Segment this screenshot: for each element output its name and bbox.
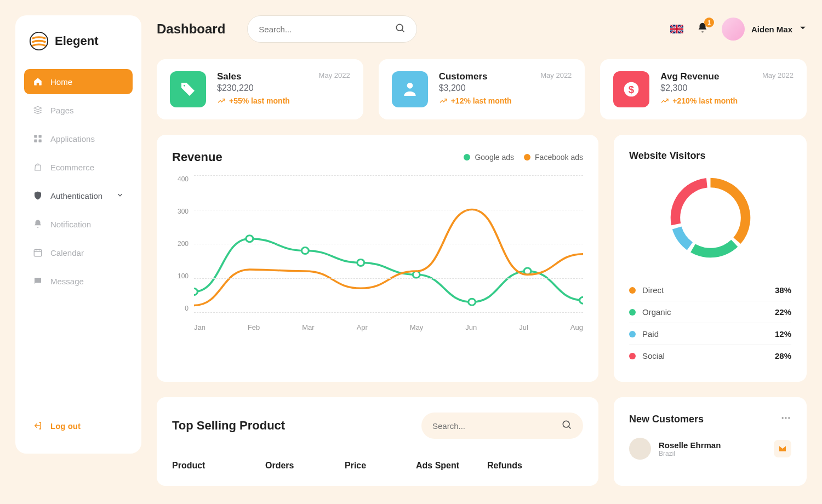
stat-trend: +210% last month xyxy=(660,96,794,105)
stat-value: $2,300 xyxy=(660,83,794,93)
search-icon xyxy=(561,419,572,432)
top-selling-columns: Product Orders Price Ads Spent Refunds xyxy=(172,461,583,471)
search-input[interactable] xyxy=(259,25,395,34)
sidebar-item-ecommerce[interactable]: Ecommerce xyxy=(24,154,133,180)
grid-icon xyxy=(33,134,43,144)
stat-date: May 2022 xyxy=(540,71,572,82)
language-flag[interactable] xyxy=(670,25,683,33)
visitor-row: Social28% xyxy=(629,345,791,366)
svg-point-6 xyxy=(397,24,403,31)
sidebar-item-label: Authentication xyxy=(50,191,102,201)
stat-card-customers: CustomersMay 2022 $3,200 +12% last month xyxy=(379,59,585,119)
sidebar-item-calendar[interactable]: Calendar xyxy=(24,240,133,265)
dollar-icon: $ xyxy=(613,71,649,107)
logout-label: Log out xyxy=(50,421,81,431)
notification-button[interactable]: 1 xyxy=(697,22,709,36)
caret-down-icon xyxy=(799,24,807,34)
sidebar-item-label: Calendar xyxy=(50,248,84,257)
notification-badge: 1 xyxy=(704,18,714,27)
svg-point-19 xyxy=(563,421,569,427)
sidebar-item-label: Ecommerce xyxy=(50,163,94,172)
visitors-list: Direct38%Organic22%Paid12%Social28% xyxy=(629,279,791,366)
customer-name: Roselle Ehrman xyxy=(659,440,721,450)
customer-country: Brazil xyxy=(659,450,721,457)
customer-item[interactable]: Roselle Ehrman Brazil xyxy=(629,438,791,460)
stat-card-sales: SalesMay 2022 $230,220 +55% last month xyxy=(157,59,363,119)
svg-point-8 xyxy=(407,83,413,89)
user-cart-icon xyxy=(392,71,428,107)
home-icon xyxy=(33,77,43,87)
brand-name: Elegent xyxy=(55,34,98,48)
sidebar-item-applications[interactable]: Applications xyxy=(24,126,133,151)
svg-point-11 xyxy=(194,289,197,295)
sidebar-item-label: Applications xyxy=(50,134,95,144)
header: Dashboard 1 Aiden Max xyxy=(157,15,807,43)
page-title: Dashboard xyxy=(157,21,225,37)
visitors-donut xyxy=(629,162,791,279)
bell-icon xyxy=(33,219,43,229)
top-selling-title: Top Selling Product xyxy=(172,419,285,433)
sidebar-item-notification[interactable]: Notification xyxy=(24,211,133,237)
stat-title: Customers xyxy=(439,71,488,82)
stat-value: $3,200 xyxy=(439,83,572,93)
sidebar: Elegent Home Pages Applications Ecommerc… xyxy=(15,15,141,454)
chevron-down-icon xyxy=(116,191,124,201)
sidebar-item-pages[interactable]: Pages xyxy=(24,98,133,123)
sidebar-item-label: Pages xyxy=(50,106,74,115)
svg-rect-2 xyxy=(39,135,42,138)
sidebar-item-label: Message xyxy=(50,277,84,286)
revenue-chart: 4003002001000 JanFebMarAprMayJunJulAug xyxy=(172,175,583,340)
bag-icon xyxy=(33,162,43,172)
svg-rect-3 xyxy=(34,140,37,142)
revenue-legend: Google ads Facebook ads xyxy=(464,153,583,162)
stat-trend: +55% last month xyxy=(217,96,350,105)
logo-icon xyxy=(28,31,49,51)
sidebar-item-authentication[interactable]: Authentication xyxy=(24,183,133,208)
svg-point-12 xyxy=(246,236,253,242)
logout-button[interactable]: Log out xyxy=(24,413,133,438)
stat-card-avg-revenue: $ Avg RevenueMay 2022 $2,300 +210% last … xyxy=(600,59,807,119)
svg-point-22 xyxy=(788,417,790,419)
logout-icon xyxy=(33,421,43,431)
user-menu[interactable]: Aiden Max xyxy=(722,18,807,41)
new-customers-title: New Customers xyxy=(629,414,704,425)
svg-point-14 xyxy=(357,259,364,266)
top-selling-search[interactable] xyxy=(421,413,583,439)
svg-rect-1 xyxy=(34,135,37,138)
new-customers-panel: New Customers Roselle Ehrman Brazil xyxy=(614,397,807,486)
visitor-row: Paid12% xyxy=(629,323,791,345)
shield-icon xyxy=(33,191,43,201)
svg-rect-5 xyxy=(34,250,42,256)
mail-icon[interactable] xyxy=(774,440,791,457)
search-input-wrap[interactable] xyxy=(247,15,417,43)
top-selling-panel: Top Selling Product Product Orders Price… xyxy=(157,397,598,486)
stat-date: May 2022 xyxy=(762,71,794,82)
svg-point-20 xyxy=(782,417,784,419)
svg-text:$: $ xyxy=(629,84,635,95)
revenue-panel: Revenue Google ads Facebook ads 40030020… xyxy=(157,135,598,382)
visitor-row: Organic22% xyxy=(629,301,791,323)
stat-trend: +12% last month xyxy=(439,96,572,105)
stat-title: Avg Revenue xyxy=(660,71,719,82)
sidebar-item-label: Notification xyxy=(50,220,91,229)
visitors-panel: Website Visitors Direct38%Organic22%Paid… xyxy=(614,135,807,382)
visitor-row: Direct38% xyxy=(629,279,791,301)
message-icon xyxy=(33,276,43,286)
more-icon[interactable] xyxy=(780,413,791,426)
stat-value: $230,220 xyxy=(217,83,350,93)
visitors-title: Website Visitors xyxy=(629,150,791,162)
logo[interactable]: Elegent xyxy=(24,31,133,65)
svg-rect-4 xyxy=(39,140,42,142)
revenue-title: Revenue xyxy=(172,150,222,164)
sidebar-item-home[interactable]: Home xyxy=(24,69,133,94)
stat-date: May 2022 xyxy=(319,71,350,82)
svg-point-16 xyxy=(469,299,476,305)
calendar-icon xyxy=(33,248,43,257)
svg-point-13 xyxy=(301,248,309,254)
pages-icon xyxy=(33,105,43,115)
sidebar-item-message[interactable]: Message xyxy=(24,268,133,294)
avatar xyxy=(722,18,745,41)
sidebar-item-label: Home xyxy=(50,77,72,87)
avatar xyxy=(629,438,651,460)
top-selling-search-input[interactable] xyxy=(432,421,561,431)
